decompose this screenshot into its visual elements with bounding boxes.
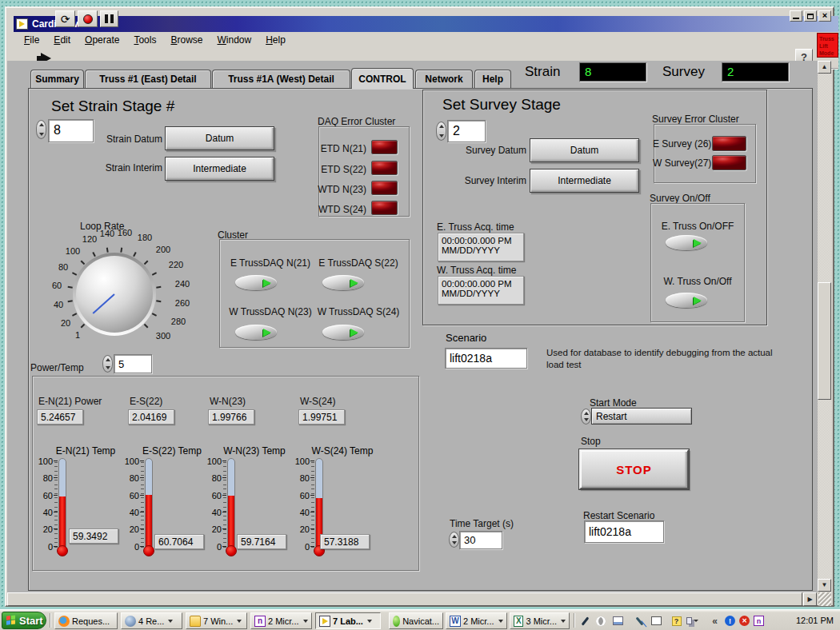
help-note-icon[interactable]: ? [670,615,682,627]
time-target-label: Time Target (s) [450,518,514,529]
pause-icon [104,12,115,26]
tab-truss1a-west[interactable]: Truss #1A (West) Detail [212,70,350,88]
survey-stage-display: 2 [722,62,789,82]
taskbar-item-navicat[interactable]: Navicat... [389,612,443,629]
tab-truss1-east[interactable]: Truss #1 (East) Detail [85,70,211,88]
start-mode-spinner[interactable] [581,409,591,425]
tray-info-icon[interactable]: ! [724,615,736,627]
stop-button[interactable]: STOP [579,449,689,489]
menu-help[interactable]: Help [258,34,293,46]
survey-interim-button[interactable]: Intermediate [530,169,639,193]
w-trussdaq-s24-button[interactable] [322,325,364,340]
e-trussdaq-s22-button[interactable] [322,275,364,290]
tab-help[interactable]: Help [474,70,511,88]
thermometer-en21: E-N(21) Temp 100 80 60 40 20 0 59.3492 [32,442,122,560]
time-target-input[interactable]: 30 [459,531,502,549]
start-button[interactable]: Start [2,612,46,629]
scroll-down-button[interactable]: ▼ [818,579,831,592]
power-label: W-N(23) [210,396,246,407]
abort-button[interactable] [78,10,98,27]
menu-window[interactable]: Window [210,34,258,46]
title-bar[interactable]: Cardinal.vi [14,16,838,32]
horizontal-scroll-thumb[interactable] [7,592,802,606]
taskbar-item-3micr-excel[interactable]: X 3 Micr... [510,612,570,629]
e-acq-time-label: E. Truss Acq. time [437,221,514,233]
power-value: 1.99751 [298,409,345,425]
survey-error-cluster-title: Survey Error Cluster [652,114,739,125]
scroll-up-button[interactable]: ▲ [818,61,831,74]
restart-scenario-input[interactable]: lift0218a [584,520,664,543]
taskbar-item-4re[interactable]: 4 Re... [121,612,182,629]
resize-grip[interactable] [818,592,831,606]
start-mode-select[interactable]: Restart [591,408,692,425]
e-trussdaq-n21-button[interactable] [235,275,277,290]
green-arrow-icon [694,239,702,247]
speech-pause-icon[interactable] [594,615,606,627]
taskbar-item-2micr-word[interactable]: W 2 Micr... [446,612,507,629]
dropdown-arrow-icon [561,620,566,623]
collapse-tray-chevron[interactable]: « [709,615,721,627]
strain-interim-button[interactable]: Intermediate [165,157,274,181]
knob-scale-label: 100 [66,246,80,256]
display-icon[interactable] [650,615,662,627]
e-acq-time-display: 00:00:00.000 PMMM/DD/YYYY [438,233,524,261]
green-arrow-icon [694,297,702,305]
daq-led-label: ETD N(21) [317,143,366,154]
window-switch-icon[interactable] [686,615,698,627]
thermometer-tube [145,458,153,548]
menu-operate[interactable]: Operate [78,34,126,46]
w-truss-onoff-button[interactable] [666,293,707,308]
green-arrow-icon [350,279,358,287]
loop-rate-spinner[interactable] [102,355,113,373]
pause-button[interactable] [100,10,118,27]
tray-security-icon[interactable]: ✕ [738,615,750,627]
strain-indicator-label: Strain [525,64,560,80]
time-target-spinner[interactable] [449,532,459,548]
taskbar-item-7lab-active[interactable]: 7 Lab... [315,612,381,629]
pen-tool-icon[interactable] [579,615,591,627]
survey-datum-button[interactable]: Datum [530,138,639,162]
tab-network[interactable]: Network [415,70,473,88]
maximize-button[interactable] [804,10,817,22]
knob-scale-label: 220 [169,260,183,269]
strain-stage-spinner[interactable] [36,120,46,139]
scroll-right-button[interactable]: ▶ [803,592,817,606]
e-truss-onoff-button[interactable] [666,235,707,250]
strain-stage-input[interactable]: 8 [48,119,94,142]
strain-datum-button[interactable]: Datum [165,126,274,150]
vertical-scroll-thumb[interactable] [818,282,831,400]
taskbar-item-2micr-onenote[interactable]: n 2 Micr... [250,612,312,629]
menu-browse[interactable]: Browse [163,34,210,46]
close-button[interactable]: × [818,10,831,22]
dropdown-arrow-icon [498,620,503,623]
tab-summary[interactable]: Summary [30,70,84,88]
thermometer-tube [58,458,66,548]
knob-scale-label: 180 [138,233,152,242]
taskbar-item-7win[interactable]: 7 Win... [186,612,247,629]
menu-file[interactable]: File [17,34,46,46]
menu-edit[interactable]: Edit [46,34,78,46]
input-panel-icon[interactable] [612,615,624,627]
taskbar-divider [50,613,51,628]
firefox-icon [58,616,70,627]
scenario-input[interactable]: lift0218a [445,348,527,369]
taskbar-clock[interactable]: 12:01 PM [796,616,834,625]
green-arrow-icon [263,329,271,337]
wtd-s24-error-led [371,201,398,215]
abort-icon [83,14,93,24]
survey-stage-spinner[interactable] [436,122,446,141]
taskbar-item-reques[interactable]: Reques... [54,612,118,629]
onenote-icon: n [254,616,266,627]
temp-label: W-N(23) Temp [214,445,294,457]
menu-tools[interactable]: Tools [126,34,163,46]
w-trussdaq-n23-button[interactable] [235,325,277,340]
loop-rate-input[interactable]: 5 [114,354,152,373]
survey-stage-input[interactable]: 2 [447,120,486,142]
stop-label: Stop [581,436,601,447]
signature-pen-icon[interactable] [634,615,646,627]
tray-onenote-icon[interactable]: n [753,615,765,627]
minimize-button[interactable] [790,10,802,22]
run-continuous-button[interactable]: ⟳ [55,10,75,27]
restart-scenario-label: Restart Scenario [583,510,654,521]
tab-control[interactable]: CONTROL [351,68,414,89]
